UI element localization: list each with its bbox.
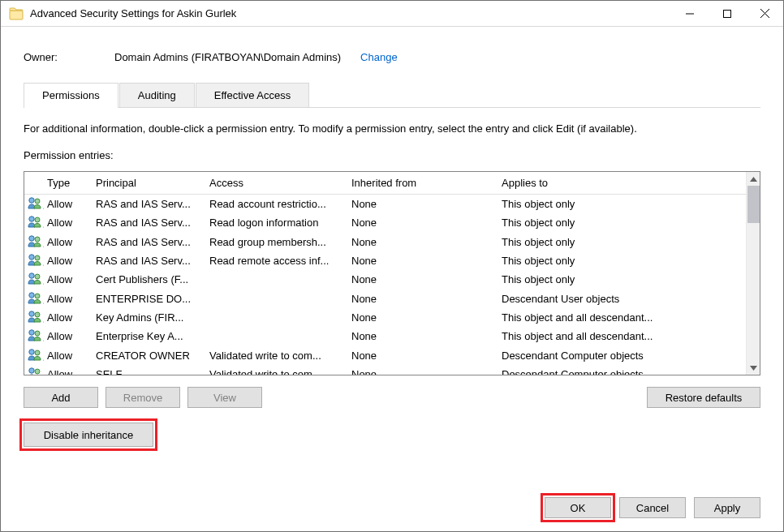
dialog-content: Owner: Domain Admins (FIRATBOYAN\Domain … — [1, 27, 783, 531]
table-row[interactable]: AllowRAS and IAS Serv...Read group membe… — [24, 233, 746, 251]
table-row[interactable]: AllowEnterprise Key A...NoneThis object … — [24, 327, 746, 345]
scroll-thumb[interactable] — [747, 186, 760, 223]
svg-point-11 — [29, 255, 34, 260]
svg-point-19 — [29, 330, 34, 335]
group-icon — [28, 215, 42, 230]
remove-button[interactable]: Remove — [106, 387, 180, 408]
group-icon — [28, 272, 42, 287]
owner-value: Domain Admins (FIRATBOYAN\Domain Admins) — [114, 51, 341, 63]
cell-applies: This object only — [498, 217, 746, 229]
svg-point-13 — [29, 273, 34, 278]
close-button[interactable] — [746, 2, 783, 26]
cell-inherited: None — [348, 293, 498, 305]
apply-button[interactable]: Apply — [694, 497, 760, 518]
advanced-security-dialog: Advanced Security Settings for Askin Gur… — [0, 0, 784, 532]
disable-inheritance-button[interactable]: Disable inheritance — [24, 423, 153, 447]
col-header-access[interactable]: Access — [206, 177, 348, 189]
permissions-grid: Type Principal Access Inherited from App… — [24, 171, 760, 375]
cell-type: Allow — [44, 350, 93, 362]
cell-type: Allow — [44, 255, 93, 267]
svg-line-4 — [760, 9, 769, 18]
table-row[interactable]: AllowRAS and IAS Serv...Read account res… — [24, 195, 746, 213]
owner-row: Owner: Domain Admins (FIRATBOYAN\Domain … — [24, 51, 760, 63]
cell-applies: This object and all descendant... — [498, 330, 746, 342]
cell-access: Validated write to com... — [206, 350, 348, 362]
svg-point-8 — [35, 217, 40, 222]
svg-point-10 — [35, 237, 40, 242]
cell-inherited: None — [348, 273, 498, 285]
table-row[interactable]: AllowENTERPRISE DO...NoneDescendant User… — [24, 289, 746, 307]
col-header-applies[interactable]: Applies to — [498, 177, 746, 189]
minimize-button[interactable] — [671, 2, 709, 26]
cell-principal: ENTERPRISE DO... — [93, 293, 206, 305]
svg-line-3 — [760, 9, 769, 18]
cell-type: Allow — [44, 311, 93, 324]
cell-type: Allow — [44, 273, 93, 285]
svg-point-18 — [35, 312, 40, 317]
svg-point-21 — [29, 349, 34, 354]
cell-access: Read remote access inf... — [206, 255, 348, 267]
cell-principal: RAS and IAS Serv... — [93, 255, 206, 267]
cell-principal: RAS and IAS Serv... — [93, 198, 206, 210]
add-button[interactable]: Add — [24, 387, 98, 408]
svg-rect-0 — [10, 11, 23, 19]
cell-applies: Descendant Computer objects — [498, 368, 746, 375]
tab-permissions[interactable]: Permissions — [24, 83, 118, 108]
cell-applies: This object only — [498, 255, 746, 267]
cell-inherited: None — [348, 255, 498, 267]
grid-body: AllowRAS and IAS Serv...Read account res… — [24, 195, 746, 375]
scroll-up-icon[interactable] — [747, 172, 760, 186]
svg-point-15 — [29, 292, 34, 297]
view-button[interactable]: View — [187, 387, 262, 408]
cell-access: Validated write to com... — [206, 368, 348, 375]
cell-principal: RAS and IAS Serv... — [93, 236, 206, 248]
vertical-scrollbar[interactable] — [746, 172, 760, 375]
cell-principal: Enterprise Key A... — [93, 330, 206, 342]
maximize-button[interactable] — [709, 2, 746, 26]
cell-inherited: None — [348, 198, 498, 210]
group-icon — [28, 348, 42, 363]
cell-principal: CREATOR OWNER — [93, 350, 206, 362]
svg-point-16 — [35, 294, 40, 298]
folder-icon — [9, 6, 24, 21]
cell-principal: RAS and IAS Serv... — [93, 217, 206, 229]
ok-button[interactable]: OK — [545, 497, 611, 518]
group-icon — [28, 310, 42, 325]
svg-point-14 — [35, 274, 40, 279]
cell-type: Allow — [44, 217, 93, 229]
col-header-type[interactable]: Type — [44, 177, 93, 189]
svg-point-12 — [35, 255, 40, 260]
cell-principal: Key Admins (FIR... — [93, 311, 206, 324]
restore-defaults-button[interactable]: Restore defaults — [647, 387, 760, 408]
col-header-principal[interactable]: Principal — [93, 177, 206, 189]
cancel-button[interactable]: Cancel — [619, 497, 686, 518]
table-row[interactable]: AllowKey Admins (FIR...NoneThis object a… — [24, 308, 746, 327]
cell-type: Allow — [44, 236, 93, 248]
cell-access: Read logon information — [206, 217, 348, 229]
tab-auditing[interactable]: Auditing — [119, 83, 195, 107]
svg-point-17 — [29, 311, 34, 316]
svg-point-23 — [29, 368, 34, 373]
group-icon — [28, 291, 42, 307]
table-row[interactable]: AllowRAS and IAS Serv...Read remote acce… — [24, 251, 746, 270]
group-icon — [28, 367, 42, 375]
table-row[interactable]: AllowSELFValidated write to com...NoneDe… — [24, 365, 746, 375]
table-row[interactable]: AllowCert Publishers (F...NoneThis objec… — [24, 270, 746, 289]
grid-header: Type Principal Access Inherited from App… — [24, 172, 746, 195]
cell-type: Allow — [44, 293, 93, 305]
owner-change-link[interactable]: Change — [360, 51, 398, 63]
titlebar: Advanced Security Settings for Askin Gur… — [1, 1, 783, 27]
table-row[interactable]: AllowCREATOR OWNERValidated write to com… — [24, 345, 746, 364]
tab-effective-access[interactable]: Effective Access — [196, 83, 309, 107]
cell-inherited: None — [348, 217, 498, 229]
svg-point-6 — [35, 199, 40, 204]
col-header-inherited[interactable]: Inherited from — [348, 177, 498, 189]
cell-access: Read account restrictio... — [206, 198, 348, 210]
tab-strip: Permissions Auditing Effective Access — [24, 83, 760, 108]
group-icon — [28, 328, 42, 344]
scroll-down-icon[interactable] — [747, 361, 760, 375]
cell-applies: This object only — [498, 273, 746, 285]
cell-inherited: None — [348, 350, 498, 362]
svg-point-5 — [29, 198, 34, 203]
table-row[interactable]: AllowRAS and IAS Serv...Read logon infor… — [24, 213, 746, 232]
